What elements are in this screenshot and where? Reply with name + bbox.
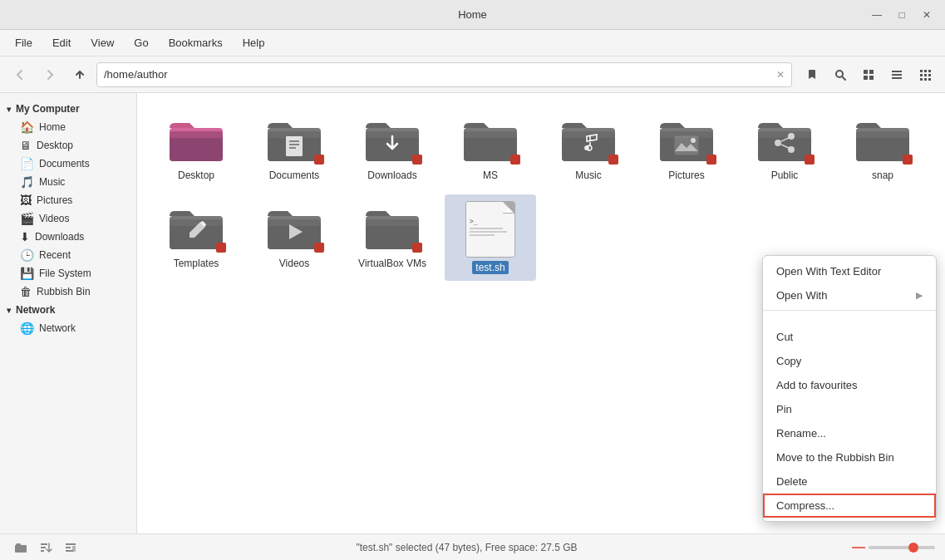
svg-rect-9 bbox=[920, 70, 923, 72]
ctx-delete[interactable]: Move to the Rubbish Bin bbox=[763, 445, 936, 469]
view-compact-button[interactable] bbox=[912, 61, 938, 88]
ctx-move-rubbish[interactable]: Rename... bbox=[763, 421, 936, 445]
file-item-desktop[interactable]: Desktop bbox=[150, 106, 242, 188]
zoom-slider-track[interactable] bbox=[869, 546, 935, 549]
statusbar-info-btn[interactable] bbox=[60, 537, 81, 558]
svg-rect-67 bbox=[268, 219, 321, 226]
svg-line-1 bbox=[842, 76, 845, 80]
sidebar-item-network[interactable]: 🌐 Network bbox=[0, 319, 136, 337]
sidebar-item-downloads[interactable]: ⬇ Downloads bbox=[0, 228, 136, 246]
sidebar-item-desktop[interactable]: 🖥 Desktop bbox=[0, 136, 136, 155]
file-videos-name: Videos bbox=[279, 258, 309, 269]
statusbar-sort-btn[interactable] bbox=[35, 537, 57, 558]
sidebar-item-documents-label: Documents bbox=[39, 158, 90, 169]
statusbar-sort-icon bbox=[39, 541, 52, 554]
ctx-rename[interactable]: Pin bbox=[763, 397, 936, 421]
folder-snap-icon bbox=[853, 113, 913, 166]
sidebar-item-rubbish[interactable]: 🗑 Rubbish Bin bbox=[0, 282, 136, 301]
minimize-button[interactable]: — bbox=[865, 4, 888, 26]
ctx-separator-1 bbox=[763, 310, 936, 311]
sidebar-item-videos[interactable]: 🎬 Videos bbox=[0, 209, 136, 228]
file-item-virtualbox[interactable]: VirtualBox VMs bbox=[347, 194, 438, 281]
sidebar-item-recent[interactable]: 🕒 Recent bbox=[0, 246, 136, 264]
up-icon bbox=[73, 68, 86, 81]
svg-rect-24 bbox=[286, 136, 303, 156]
sidebar-item-pictures[interactable]: 🖼 Pictures bbox=[0, 191, 136, 209]
pictures-icon: 🖼 bbox=[20, 194, 32, 207]
file-item-music[interactable]: Music bbox=[543, 106, 634, 188]
up-button[interactable] bbox=[66, 61, 93, 88]
folder-desktop-icon bbox=[166, 113, 226, 166]
list-icon bbox=[890, 68, 903, 81]
menu-view[interactable]: View bbox=[82, 33, 122, 52]
forward-button[interactable] bbox=[37, 61, 63, 88]
ctx-copy[interactable]: Cut bbox=[763, 325, 936, 349]
view-grid-button[interactable] bbox=[855, 61, 882, 88]
ctx-cut[interactable] bbox=[763, 313, 936, 325]
address-clear-icon[interactable]: ✕ bbox=[776, 69, 785, 81]
sidebar-item-home[interactable]: 🏠 Home bbox=[0, 118, 136, 136]
statusbar-left bbox=[10, 537, 81, 558]
sidebar-item-filesystem[interactable]: 💾 File System bbox=[0, 264, 136, 282]
folder-ms-icon bbox=[460, 113, 520, 166]
ctx-properties[interactable]: Compress... bbox=[763, 494, 936, 518]
file-item-testsh[interactable]: >_ test.sh bbox=[445, 194, 536, 281]
bookmarks-button[interactable] bbox=[799, 61, 825, 88]
menu-bookmarks[interactable]: Bookmarks bbox=[160, 33, 231, 52]
svg-rect-59 bbox=[856, 131, 909, 138]
folder-virtualbox-icon bbox=[362, 201, 422, 254]
svg-rect-2 bbox=[864, 70, 868, 74]
file-item-documents[interactable]: Documents bbox=[249, 106, 340, 188]
file-item-downloads[interactable]: Downloads bbox=[347, 106, 438, 188]
maximize-button[interactable]: □ bbox=[890, 4, 913, 26]
script-content: >_ bbox=[470, 217, 511, 238]
menu-edit[interactable]: Edit bbox=[44, 33, 79, 52]
file-item-snap[interactable]: snap bbox=[837, 106, 928, 188]
window-controls: — □ ✕ bbox=[865, 4, 938, 26]
ctx-add-favourites[interactable]: Copy bbox=[763, 349, 936, 373]
back-button[interactable] bbox=[7, 61, 33, 88]
svg-rect-50 bbox=[758, 131, 811, 138]
file-item-pictures[interactable]: Pictures bbox=[641, 106, 732, 188]
address-bar[interactable]: /home/author ✕ bbox=[96, 62, 792, 87]
close-button[interactable]: ✕ bbox=[915, 4, 938, 26]
statusbar: "test.sh" selected (47 bytes), Free spac… bbox=[0, 533, 945, 560]
sidebar-section-network[interactable]: ▾ Network bbox=[0, 301, 136, 319]
svg-point-53 bbox=[788, 146, 795, 153]
file-area[interactable]: Desktop Documents bbox=[137, 93, 945, 533]
file-item-videos[interactable]: Videos bbox=[249, 194, 340, 281]
svg-point-52 bbox=[788, 133, 795, 140]
bookmarks-icon bbox=[805, 68, 819, 81]
file-item-public[interactable]: Public bbox=[739, 106, 830, 188]
folder-downloads-icon bbox=[362, 113, 422, 166]
ctx-compress[interactable]: Delete bbox=[763, 469, 936, 494]
sidebar-section-my-computer[interactable]: ▾ My Computer bbox=[0, 100, 136, 118]
network-chevron: ▾ bbox=[7, 306, 11, 315]
svg-rect-47 bbox=[706, 155, 716, 165]
view-list-button[interactable] bbox=[883, 61, 910, 88]
menu-go[interactable]: Go bbox=[126, 33, 156, 52]
file-item-ms[interactable]: MS bbox=[445, 106, 536, 188]
svg-rect-79 bbox=[66, 550, 73, 552]
file-item-templates[interactable]: Templates bbox=[150, 194, 242, 281]
menu-help[interactable]: Help bbox=[234, 33, 273, 52]
sidebar-item-music[interactable]: 🎵 Music bbox=[0, 173, 136, 191]
sidebar-item-documents[interactable]: 📄 Documents bbox=[0, 155, 136, 173]
statusbar-folder-btn[interactable] bbox=[10, 537, 32, 558]
svg-rect-72 bbox=[366, 219, 419, 226]
search-button[interactable] bbox=[827, 61, 854, 88]
zoom-slider-thumb bbox=[908, 543, 918, 553]
file-documents-name: Documents bbox=[269, 169, 320, 181]
main-layout: ▾ My Computer 🏠 Home 🖥 Desktop 📄 Documen… bbox=[0, 93, 945, 533]
svg-rect-69 bbox=[314, 243, 324, 253]
ctx-pin[interactable]: Add to favourites bbox=[763, 373, 936, 397]
ctx-open-with[interactable]: Open With ▶ bbox=[763, 283, 936, 307]
home-icon: 🏠 bbox=[20, 120, 34, 134]
file-pictures-name: Pictures bbox=[668, 169, 704, 181]
videos-icon: 🎬 bbox=[20, 212, 34, 225]
svg-rect-63 bbox=[170, 219, 223, 226]
svg-rect-3 bbox=[869, 70, 874, 74]
window-title: Home bbox=[458, 8, 487, 21]
menu-file[interactable]: File bbox=[7, 33, 41, 52]
ctx-open-text-editor[interactable]: Open With Text Editor bbox=[763, 259, 936, 283]
